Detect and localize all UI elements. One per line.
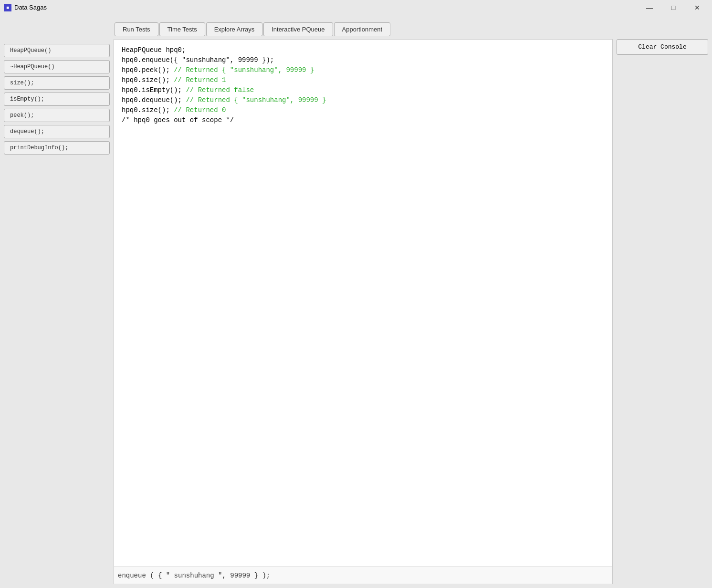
console-line-4: hpq0.size(); // Returned 1 [122, 75, 605, 85]
console-line-8: /* hpq0 goes out of scope */ [122, 115, 605, 125]
close-button[interactable]: ✕ [686, 0, 708, 15]
console-line-7: hpq0.size(); // Returned 0 [122, 105, 605, 115]
console-wrapper: HeapPQueue hpq0; hpq0.enqueue({ "sunshuh… [114, 39, 613, 584]
console-line-3: hpq0.peek(); // Returned { "sunshuhang",… [122, 65, 605, 75]
sidebar-btn-peek[interactable]: peek(); [4, 109, 110, 122]
sidebar-btn-dequeue[interactable]: dequeue(); [4, 125, 110, 138]
comment-3: // Returned { "sunshuhang", 99999 } [174, 66, 314, 74]
sidebar-btn-printdebug[interactable]: printDebugInfo(); [4, 141, 110, 155]
comment-7: // Returned 0 [174, 106, 226, 114]
console-line-6: hpq0.dequeue(); // Returned { "sunshuhan… [122, 95, 605, 105]
tab-run-tests[interactable]: Run Tests [115, 22, 158, 36]
sidebar: HeapPQueue() ~HeapPQueue() size(); isEmp… [0, 39, 114, 588]
app-title: Data Sagas [14, 4, 47, 11]
sidebar-btn-size[interactable]: size(); [4, 76, 110, 90]
console-line-2: hpq0.enqueue({ "sunshuhang", 99999 }); [122, 55, 605, 65]
sidebar-btn-isempty[interactable]: isEmpty(); [4, 93, 110, 106]
tab-bar: Run Tests Time Tests Explore Arrays Inte… [0, 15, 712, 39]
console-input[interactable] [118, 572, 608, 579]
tab-apportionment[interactable]: Apportionment [334, 22, 391, 36]
title-bar: ■ Data Sagas — □ ✕ [0, 0, 712, 15]
tab-time-tests[interactable]: Time Tests [159, 22, 205, 36]
tab-interactive-pqueue[interactable]: Interactive PQueue [263, 22, 333, 36]
console-line-1: HeapPQueue hpq0; [122, 45, 605, 55]
console-area[interactable]: HeapPQueue hpq0; hpq0.enqueue({ "sunshuh… [114, 39, 613, 567]
title-bar-left: ■ Data Sagas [4, 4, 47, 11]
right-panel: Clear Console [613, 39, 708, 584]
sidebar-btn-destructor[interactable]: ~HeapPQueue() [4, 60, 110, 73]
comment-4: // Returned 1 [174, 76, 226, 84]
maximize-button[interactable]: □ [662, 0, 684, 15]
console-line-5: hpq0.isEmpty(); // Returned false [122, 85, 605, 95]
comment-6: // Returned { "sunshuhang", 99999 } [186, 96, 326, 104]
tab-explore-arrays[interactable]: Explore Arrays [206, 22, 263, 36]
title-bar-controls: — □ ✕ [639, 0, 708, 15]
console-input-bar [114, 567, 613, 584]
comment-5: // Returned false [186, 86, 254, 94]
center-right: HeapPQueue hpq0; hpq0.enqueue({ "sunshuh… [114, 39, 712, 588]
sidebar-btn-constructor[interactable]: HeapPQueue() [4, 44, 110, 57]
clear-console-button[interactable]: Clear Console [617, 39, 708, 55]
minimize-button[interactable]: — [639, 0, 660, 15]
app-icon: ■ [4, 4, 11, 11]
main-layout: Run Tests Time Tests Explore Arrays Inte… [0, 15, 712, 588]
content-area: HeapPQueue() ~HeapPQueue() size(); isEmp… [0, 39, 712, 588]
